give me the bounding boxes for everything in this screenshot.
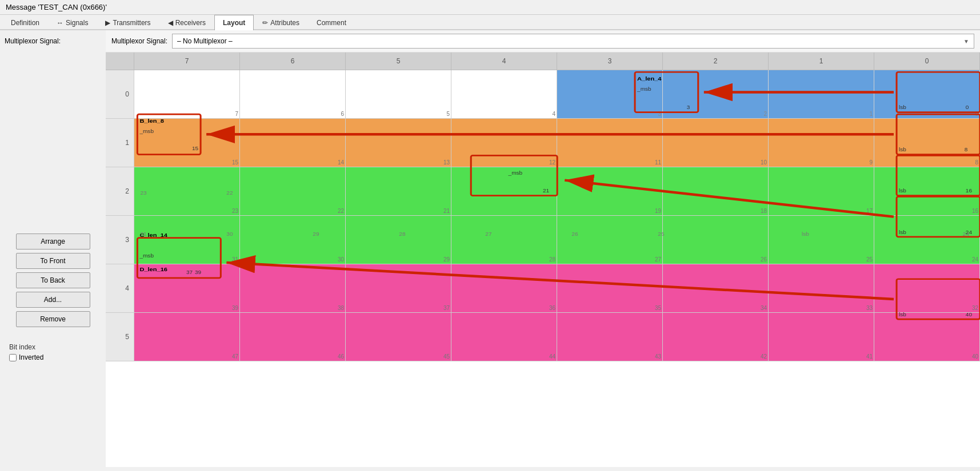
bit-6: 6	[341, 111, 344, 117]
cell-4-5: 37	[346, 264, 451, 312]
bit-23: 23	[232, 208, 238, 214]
tab-definition[interactable]: Definition	[2, 15, 48, 30]
cell-4-0: 32	[874, 264, 980, 312]
row-label-5: 5	[106, 313, 134, 361]
multiplexor-select[interactable]: – No Multiplexor – ▼	[172, 34, 974, 49]
bit-29: 29	[443, 256, 450, 263]
cell-1-1: 9	[769, 119, 874, 167]
header-col-6: 6	[240, 53, 346, 70]
bit-21: 21	[443, 208, 450, 214]
cell-2-6: 22	[240, 167, 346, 215]
tab-receivers[interactable]: ◀ Receivers	[159, 15, 214, 30]
right-panel[interactable]: Multiplexor Signal: – No Multiplexor – ▼…	[106, 30, 980, 467]
tab-transmitters[interactable]: ▶ Transmitters	[97, 15, 159, 30]
mux-value: – No Multiplexor –	[177, 37, 233, 45]
remove-button[interactable]: Remove	[16, 311, 90, 327]
bit-7: 7	[235, 111, 238, 117]
cell-2-1: 17	[769, 167, 874, 215]
cell-1-6: 14	[240, 119, 346, 167]
bit-45: 45	[443, 353, 450, 360]
bit-16: 16	[972, 208, 978, 214]
attributes-icon: ✏	[262, 19, 268, 27]
grid-row-0: 0 7 6 5 4 3 2 1 0	[106, 70, 980, 119]
title-bar: Message 'TEST_CAN (0x666)'	[0, 0, 980, 15]
add-button[interactable]: Add...	[16, 292, 90, 308]
bit-18: 18	[761, 208, 767, 214]
cell-5-7: 47	[134, 313, 240, 361]
bit-35: 35	[655, 305, 661, 311]
row-label-3: 3	[106, 216, 134, 264]
tab-bar: Definition ↔ Signals ▶ Transmitters ◀ Re…	[0, 15, 980, 30]
bit-26: 26	[761, 256, 767, 263]
bit-47: 47	[232, 353, 238, 360]
header-col-2: 2	[663, 53, 769, 70]
grid-row-2: 2 23 22 21 19 18 17 16	[106, 167, 980, 216]
bit-14: 14	[338, 159, 344, 166]
multiplexor-row: Multiplexor Signal:	[5, 36, 101, 46]
cell-1-4: 12	[451, 119, 557, 167]
bit-37: 37	[443, 305, 450, 311]
bit-40: 40	[972, 353, 978, 360]
bit-42: 42	[761, 353, 767, 360]
bit-0: 0	[975, 111, 978, 117]
left-panel: Multiplexor Signal: Arrange To Front To …	[0, 30, 106, 467]
grid-row-4: 4 39 38 37 36 35 34 33 32	[106, 264, 980, 313]
cell-0-4: 4	[451, 70, 557, 118]
bit-39: 39	[232, 305, 238, 311]
header-col-4: 4	[451, 53, 557, 70]
multiplexor-bar: Multiplexor Signal: – No Multiplexor – ▼	[106, 30, 980, 53]
header-row: 7 6 5 4 3 2 1 0	[106, 53, 980, 70]
cell-4-6: 38	[240, 264, 346, 312]
cell-2-0: 16	[874, 167, 980, 215]
bit-27: 27	[655, 256, 661, 263]
cell-2-4	[451, 167, 557, 215]
inverted-row: Inverted	[9, 353, 97, 361]
header-col-3: 3	[557, 53, 663, 70]
cell-0-3: 3	[557, 70, 663, 118]
cell-3-4: 28	[451, 216, 557, 264]
bit-43: 43	[655, 353, 661, 360]
bit-34: 34	[761, 305, 767, 311]
tab-comment[interactable]: Comment	[308, 15, 355, 30]
bit-36: 36	[549, 305, 555, 311]
bit-3: 3	[658, 111, 661, 117]
tab-definition-label: Definition	[11, 19, 39, 27]
cell-1-3: 11	[557, 119, 663, 167]
bit-31: 31	[232, 256, 238, 263]
bit-38: 38	[338, 305, 344, 311]
bit-44: 44	[549, 353, 555, 360]
bit-11: 11	[655, 159, 661, 166]
bit-30: 30	[338, 256, 344, 263]
bit-12: 12	[549, 159, 555, 166]
tab-attributes[interactable]: ✏ Attributes	[254, 15, 308, 30]
cell-2-2: 18	[663, 167, 769, 215]
inverted-checkbox[interactable]	[9, 354, 17, 361]
cell-5-0: 40	[874, 313, 980, 361]
to-front-button[interactable]: To Front	[16, 253, 90, 269]
tab-signals[interactable]: ↔ Signals	[48, 15, 97, 30]
tab-comment-label: Comment	[317, 19, 346, 27]
multiplexor-label: Multiplexor Signal:	[5, 37, 61, 45]
grid-row-3: 3 31 30 29 28 27 26 25 24	[106, 216, 980, 264]
bit-10: 10	[761, 159, 767, 166]
header-col-1: 1	[769, 53, 874, 70]
header-col-0: 0	[874, 53, 980, 70]
cell-4-4: 36	[451, 264, 557, 312]
window-title: Message 'TEST_CAN (0x666)'	[0, 0, 980, 15]
tab-layout[interactable]: Layout	[214, 15, 254, 30]
to-back-button[interactable]: To Back	[16, 272, 90, 288]
bit-13: 13	[443, 159, 450, 166]
bit-46: 46	[338, 353, 344, 360]
layout-grid-container: 7 6 5 4 3 2 1 0 0 7 6 5 4 3 2 1 0	[106, 53, 980, 361]
bit-32: 32	[972, 305, 978, 311]
bit-2: 2	[763, 111, 767, 117]
cell-0-1: 1	[769, 70, 874, 118]
cell-3-1: 25	[769, 216, 874, 264]
arrange-button[interactable]: Arrange	[16, 234, 90, 249]
cell-3-7: 31	[134, 216, 240, 264]
cell-5-4: 44	[451, 313, 557, 361]
transmitters-icon: ▶	[105, 19, 110, 27]
cell-5-5: 45	[346, 313, 451, 361]
cell-3-0: 24	[874, 216, 980, 264]
cell-1-0: 8	[874, 119, 980, 167]
